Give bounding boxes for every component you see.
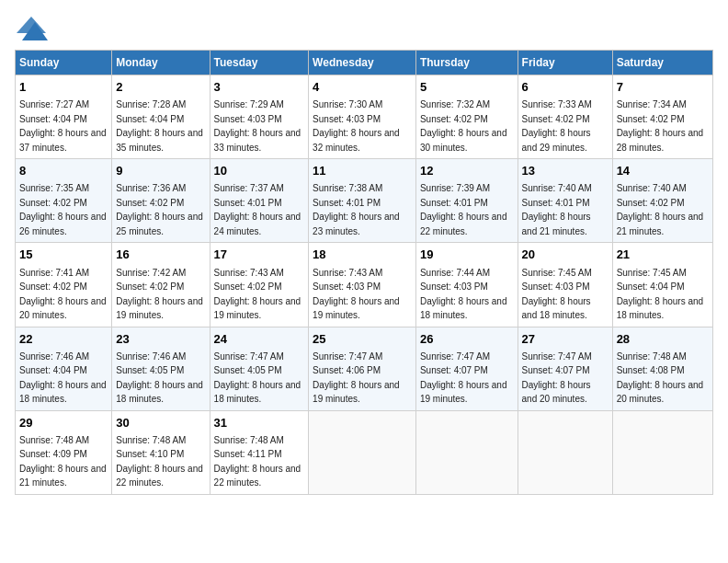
day-number: 3 (214, 79, 305, 96)
calendar-cell: 29Sunrise: 7:48 AMSunset: 4:09 PMDayligh… (16, 410, 112, 494)
calendar-week-1: 1Sunrise: 7:27 AMSunset: 4:04 PMDaylight… (16, 75, 713, 159)
col-header-sunday: Sunday (16, 51, 112, 75)
day-number: 11 (313, 163, 412, 179)
calendar-cell: 31Sunrise: 7:48 AMSunset: 4:11 PMDayligh… (210, 410, 309, 494)
day-number: 17 (214, 247, 305, 263)
calendar-cell: 4Sunrise: 7:30 AMSunset: 4:03 PMDaylight… (309, 75, 416, 159)
cell-info: Sunrise: 7:40 AMSunset: 4:02 PMDaylight:… (617, 183, 704, 236)
cell-info: Sunrise: 7:35 AMSunset: 4:02 PMDaylight:… (19, 183, 107, 236)
day-number: 25 (313, 331, 412, 348)
cell-info: Sunrise: 7:48 AMSunset: 4:10 PMDaylight:… (116, 435, 203, 488)
col-header-monday: Monday (112, 51, 210, 75)
day-number: 19 (420, 247, 514, 263)
day-number: 7 (617, 79, 709, 96)
calendar-cell (415, 410, 518, 494)
col-header-friday: Friday (518, 51, 612, 75)
cell-info: Sunrise: 7:47 AMSunset: 4:05 PMDaylight:… (214, 351, 301, 405)
day-number: 9 (116, 163, 205, 179)
day-number: 30 (116, 415, 205, 431)
col-header-tuesday: Tuesday (210, 51, 309, 75)
calendar-cell: 17Sunrise: 7:43 AMSunset: 4:02 PMDayligh… (210, 243, 309, 327)
calendar-cell: 18Sunrise: 7:43 AMSunset: 4:03 PMDayligh… (309, 243, 416, 327)
day-number: 26 (420, 331, 514, 348)
calendar-cell: 24Sunrise: 7:47 AMSunset: 4:05 PMDayligh… (210, 327, 309, 410)
day-number: 16 (116, 247, 205, 263)
cell-info: Sunrise: 7:38 AMSunset: 4:01 PMDaylight:… (313, 183, 400, 236)
calendar-cell: 14Sunrise: 7:40 AMSunset: 4:02 PMDayligh… (612, 159, 712, 243)
calendar-week-3: 15Sunrise: 7:41 AMSunset: 4:02 PMDayligh… (16, 243, 713, 327)
cell-info: Sunrise: 7:33 AMSunset: 4:02 PMDaylight:… (522, 99, 592, 153)
cell-info: Sunrise: 7:45 AMSunset: 4:03 PMDaylight:… (522, 268, 592, 321)
day-number: 20 (522, 247, 609, 263)
calendar-cell (518, 410, 612, 494)
calendar-cell: 7Sunrise: 7:34 AMSunset: 4:02 PMDaylight… (612, 75, 712, 159)
cell-info: Sunrise: 7:43 AMSunset: 4:02 PMDaylight:… (214, 268, 301, 321)
calendar-cell: 11Sunrise: 7:38 AMSunset: 4:01 PMDayligh… (309, 159, 416, 243)
day-number: 29 (19, 415, 108, 431)
calendar-cell: 9Sunrise: 7:36 AMSunset: 4:02 PMDaylight… (112, 159, 210, 243)
calendar-cell (309, 410, 416, 494)
calendar-cell: 20Sunrise: 7:45 AMSunset: 4:03 PMDayligh… (518, 243, 612, 327)
col-header-saturday: Saturday (612, 51, 712, 75)
calendar-cell: 5Sunrise: 7:32 AMSunset: 4:02 PMDaylight… (415, 75, 518, 159)
calendar-cell: 21Sunrise: 7:45 AMSunset: 4:04 PMDayligh… (612, 243, 712, 327)
day-number: 18 (313, 247, 412, 263)
cell-info: Sunrise: 7:32 AMSunset: 4:02 PMDaylight:… (420, 99, 507, 153)
calendar-cell: 30Sunrise: 7:48 AMSunset: 4:10 PMDayligh… (112, 410, 210, 494)
cell-info: Sunrise: 7:27 AMSunset: 4:04 PMDaylight:… (19, 99, 107, 153)
calendar-cell: 10Sunrise: 7:37 AMSunset: 4:01 PMDayligh… (210, 159, 309, 243)
day-number: 14 (617, 163, 709, 179)
calendar-header: SundayMondayTuesdayWednesdayThursdayFrid… (16, 51, 713, 75)
calendar-cell: 12Sunrise: 7:39 AMSunset: 4:01 PMDayligh… (415, 159, 518, 243)
logo-icon (15, 15, 48, 42)
cell-info: Sunrise: 7:42 AMSunset: 4:02 PMDaylight:… (116, 268, 203, 321)
calendar-cell: 26Sunrise: 7:47 AMSunset: 4:07 PMDayligh… (415, 327, 518, 410)
day-number: 12 (420, 163, 514, 179)
cell-info: Sunrise: 7:46 AMSunset: 4:05 PMDaylight:… (116, 351, 203, 405)
day-number: 2 (116, 79, 205, 96)
cell-info: Sunrise: 7:39 AMSunset: 4:01 PMDaylight:… (420, 183, 507, 236)
day-number: 15 (19, 247, 108, 263)
calendar-cell: 1Sunrise: 7:27 AMSunset: 4:04 PMDaylight… (16, 75, 112, 159)
day-number: 22 (19, 331, 108, 348)
cell-info: Sunrise: 7:47 AMSunset: 4:07 PMDaylight:… (522, 351, 592, 405)
day-number: 31 (214, 415, 305, 431)
page-header (15, 15, 713, 42)
cell-info: Sunrise: 7:43 AMSunset: 4:03 PMDaylight:… (313, 268, 400, 321)
day-number: 6 (522, 79, 609, 96)
calendar-week-5: 29Sunrise: 7:48 AMSunset: 4:09 PMDayligh… (16, 410, 713, 494)
day-number: 23 (116, 331, 205, 348)
calendar-cell: 19Sunrise: 7:44 AMSunset: 4:03 PMDayligh… (415, 243, 518, 327)
cell-info: Sunrise: 7:45 AMSunset: 4:04 PMDaylight:… (617, 268, 704, 321)
calendar-cell (612, 410, 712, 494)
calendar-cell: 23Sunrise: 7:46 AMSunset: 4:05 PMDayligh… (112, 327, 210, 410)
cell-info: Sunrise: 7:48 AMSunset: 4:08 PMDaylight:… (617, 351, 704, 405)
day-number: 13 (522, 163, 609, 179)
cell-info: Sunrise: 7:41 AMSunset: 4:02 PMDaylight:… (19, 268, 107, 321)
logo (15, 15, 51, 42)
cell-info: Sunrise: 7:30 AMSunset: 4:03 PMDaylight:… (313, 99, 400, 153)
day-number: 21 (617, 247, 709, 263)
col-header-wednesday: Wednesday (309, 51, 416, 75)
calendar-cell: 6Sunrise: 7:33 AMSunset: 4:02 PMDaylight… (518, 75, 612, 159)
calendar-cell: 25Sunrise: 7:47 AMSunset: 4:06 PMDayligh… (309, 327, 416, 410)
calendar-table: SundayMondayTuesdayWednesdayThursdayFrid… (15, 50, 713, 495)
day-number: 24 (214, 331, 305, 348)
day-number: 5 (420, 79, 514, 96)
calendar-cell: 27Sunrise: 7:47 AMSunset: 4:07 PMDayligh… (518, 327, 612, 410)
cell-info: Sunrise: 7:40 AMSunset: 4:01 PMDaylight:… (522, 183, 592, 236)
calendar-cell: 28Sunrise: 7:48 AMSunset: 4:08 PMDayligh… (612, 327, 712, 410)
cell-info: Sunrise: 7:47 AMSunset: 4:07 PMDaylight:… (420, 351, 507, 405)
cell-info: Sunrise: 7:29 AMSunset: 4:03 PMDaylight:… (214, 99, 301, 153)
cell-info: Sunrise: 7:44 AMSunset: 4:03 PMDaylight:… (420, 268, 507, 321)
calendar-cell: 3Sunrise: 7:29 AMSunset: 4:03 PMDaylight… (210, 75, 309, 159)
cell-info: Sunrise: 7:36 AMSunset: 4:02 PMDaylight:… (116, 183, 203, 236)
cell-info: Sunrise: 7:48 AMSunset: 4:09 PMDaylight:… (19, 435, 107, 488)
calendar-week-2: 8Sunrise: 7:35 AMSunset: 4:02 PMDaylight… (16, 159, 713, 243)
cell-info: Sunrise: 7:48 AMSunset: 4:11 PMDaylight:… (214, 435, 301, 488)
cell-info: Sunrise: 7:34 AMSunset: 4:02 PMDaylight:… (617, 99, 704, 153)
calendar-cell: 8Sunrise: 7:35 AMSunset: 4:02 PMDaylight… (16, 159, 112, 243)
calendar-cell: 2Sunrise: 7:28 AMSunset: 4:04 PMDaylight… (112, 75, 210, 159)
day-number: 4 (313, 79, 412, 96)
cell-info: Sunrise: 7:37 AMSunset: 4:01 PMDaylight:… (214, 183, 301, 236)
